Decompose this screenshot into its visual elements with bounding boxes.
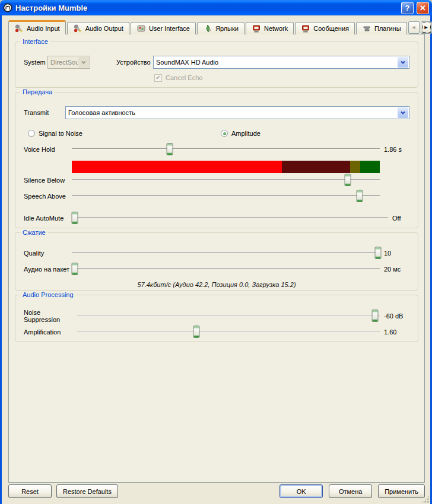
transmit-label: Transmit: [24, 109, 65, 116]
tab-scroll-left-button[interactable]: ◄: [408, 21, 420, 34]
chevron-down-icon: [398, 107, 408, 118]
user-interface-tab-icon: [136, 24, 146, 33]
silence-below-label: Silence Below: [24, 177, 72, 184]
silence-below-row: Silence Below: [24, 174, 409, 186]
help-button[interactable]: ?: [401, 2, 414, 14]
network-tab-icon: [252, 24, 261, 33]
idle-automute-row: Idle AutoMute Off: [24, 212, 409, 224]
device-label: Устройство: [116, 59, 153, 66]
tab-shortcuts[interactable]: Ярлыки: [197, 22, 244, 34]
tab-scroll-buttons: ◄ ►: [408, 21, 432, 34]
radio-circle-icon: [221, 130, 228, 137]
threshold-radio-row: Signal to Noise Amplitude: [24, 129, 409, 138]
mumble-logo-icon: [3, 3, 12, 12]
audio-output-tab-icon: [73, 24, 82, 33]
reset-button[interactable]: Reset: [8, 484, 52, 498]
radio-circle-icon: [28, 130, 35, 137]
noise-suppression-value: -60 dB: [380, 312, 409, 320]
slider-thumb[interactable]: [193, 326, 200, 338]
tab-scroll-right-button[interactable]: ►: [421, 21, 432, 34]
slider-thumb[interactable]: [72, 263, 78, 275]
slider-thumb[interactable]: [375, 247, 382, 259]
restore-defaults-button[interactable]: Restore Defaults: [56, 484, 118, 498]
tab-messages[interactable]: Сообщения: [295, 22, 355, 34]
apply-button[interactable]: Применить: [378, 484, 425, 498]
tab-plugins[interactable]: Плагины: [356, 22, 407, 34]
tab-label: Сообщения: [313, 25, 349, 32]
system-combobox-value: DirectSound: [48, 59, 78, 66]
quality-label: Quality: [24, 250, 72, 257]
noise-suppression-slider[interactable]: [77, 310, 380, 322]
amplitude-radio[interactable]: Amplitude: [221, 129, 261, 138]
shortcuts-tab-icon: [203, 24, 212, 33]
slider-thumb[interactable]: [166, 143, 173, 155]
slider-thumb[interactable]: [345, 174, 351, 186]
system-combobox[interactable]: DirectSound: [47, 56, 90, 69]
compression-group-caption: Сжатие: [20, 229, 48, 236]
tab-network[interactable]: Network: [246, 22, 294, 34]
tab-bar: Audio Input Audio Output User Interface …: [8, 20, 425, 34]
device-combobox-value: SoundMAX HD Audio: [154, 59, 397, 66]
slider-track: [77, 315, 380, 315]
audio-per-packet-slider[interactable]: [72, 263, 380, 275]
speech-above-label: Speech Above: [24, 193, 72, 200]
chevron-down-icon: [398, 57, 408, 68]
amplification-slider[interactable]: [77, 326, 380, 338]
slider-track: [72, 252, 380, 253]
audio-processing-group: Audio Processing Noise Suppression -60 d…: [15, 295, 418, 342]
speech-above-row: Speech Above: [24, 190, 409, 202]
tab-user-interface[interactable]: User Interface: [131, 22, 196, 34]
transmit-row: Transmit Голосовая активность: [24, 106, 409, 119]
interface-group: Interface System DirectSound Устройство …: [15, 42, 418, 88]
transmit-combobox[interactable]: Голосовая активность: [65, 106, 409, 119]
chevron-down-icon: [78, 57, 89, 68]
cancel-button[interactable]: Отмена: [329, 484, 372, 498]
tab-label: Ярлыки: [215, 25, 239, 32]
audio-per-packet-value: 20 мс: [380, 266, 409, 273]
meter-segment-maroon: [282, 161, 350, 173]
cancel-echo-label: Cancel Echo: [166, 74, 202, 81]
slider-thumb[interactable]: [372, 310, 379, 322]
quality-slider[interactable]: [72, 247, 380, 259]
bitrate-status-text: 57.4кбит/с (Аудио 42.2, Позиция 0.0, Заг…: [24, 281, 409, 288]
compression-group: Сжатие Quality 10 Аудио на пакет 20 м: [15, 232, 418, 291]
idle-automute-slider[interactable]: [72, 212, 388, 224]
tab-label: Плагины: [374, 25, 401, 32]
close-button[interactable]: ✕: [417, 2, 429, 14]
footer-right-buttons: OK Отмена Применить: [279, 484, 425, 498]
slider-track: [72, 268, 380, 269]
silence-below-slider[interactable]: [72, 174, 380, 186]
interface-row: System DirectSound Устройство SoundMAX H…: [24, 56, 409, 69]
meter-segment-green: [360, 161, 380, 173]
audio-level-meter: [72, 161, 380, 173]
amplitude-label: Amplitude: [231, 130, 261, 137]
voice-hold-label: Voice Hold: [24, 146, 72, 153]
cancel-echo-checkbox[interactable]: ✔: [154, 74, 162, 82]
slider-track: [72, 148, 380, 149]
messages-tab-icon: [301, 24, 310, 33]
slider-thumb[interactable]: [357, 190, 363, 202]
dialog-button-row: Reset Restore Defaults OK Отмена Примени…: [8, 484, 425, 498]
settings-dialog: Настройки Mumble ? ✕ Audio Input Audio O…: [0, 0, 432, 504]
audio-per-packet-row: Аудио на пакет 20 мс: [24, 263, 409, 275]
tab-label: Audio Output: [85, 25, 123, 32]
tab-label: Network: [264, 25, 288, 32]
audio-processing-group-caption: Audio Processing: [20, 291, 76, 298]
quality-row: Quality 10: [24, 247, 409, 259]
audio-per-packet-label: Аудио на пакет: [24, 266, 72, 273]
signal-to-noise-radio[interactable]: Signal to Noise: [28, 129, 82, 138]
device-combobox[interactable]: SoundMAX HD Audio: [153, 56, 409, 69]
audio-input-tab-page: Interface System DirectSound Устройство …: [8, 34, 425, 483]
idle-automute-value: Off: [388, 215, 409, 222]
slider-track: [72, 195, 380, 196]
noise-suppression-label: Noise Suppression: [24, 309, 77, 323]
slider-thumb[interactable]: [72, 212, 78, 224]
system-label: System: [24, 59, 47, 66]
amplification-row: Amplification 1.60: [24, 326, 409, 338]
radio-selected-dot: [223, 132, 226, 135]
tab-audio-input[interactable]: Audio Input: [8, 20, 66, 34]
tab-audio-output[interactable]: Audio Output: [67, 22, 129, 34]
ok-button[interactable]: OK: [279, 484, 323, 498]
voice-hold-slider[interactable]: [72, 143, 380, 155]
speech-above-slider[interactable]: [72, 190, 380, 202]
